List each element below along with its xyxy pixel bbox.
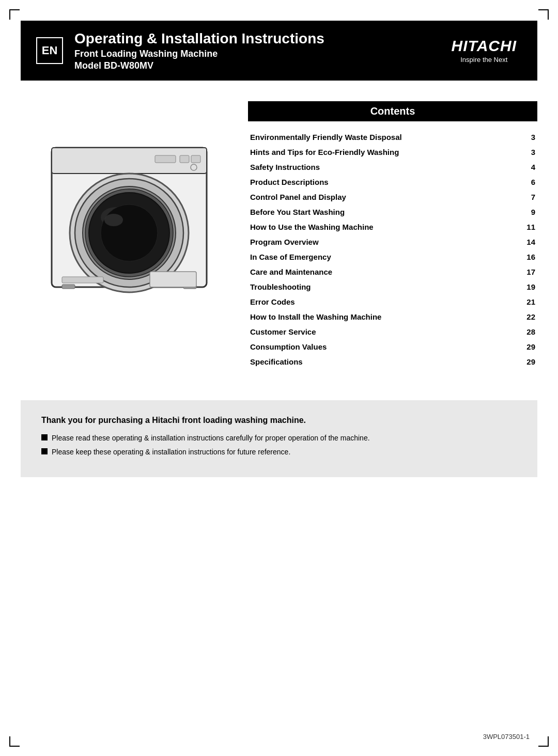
contents-item-page: 28 <box>517 324 537 339</box>
contents-item-page: 11 <box>517 219 537 234</box>
list-item: Please keep these operating & installati… <box>41 447 517 458</box>
table-row: Environmentally Friendly Waste Disposal3 <box>248 130 537 145</box>
svg-rect-4 <box>191 155 200 163</box>
bullet-icon <box>41 448 48 454</box>
table-row: Troubleshooting19 <box>248 279 537 294</box>
svg-rect-15 <box>62 285 75 289</box>
contents-item-page: 14 <box>517 234 537 249</box>
contents-item-page: 9 <box>517 204 537 219</box>
corner-mark-tl <box>9 9 20 20</box>
contents-heading: Contents <box>248 101 537 121</box>
table-row: Care and Maintenance17 <box>248 264 537 279</box>
bullet-text: Please keep these operating & installati… <box>52 447 290 458</box>
list-item: Please read these operating & installati… <box>41 433 517 444</box>
contents-item-page: 4 <box>517 160 537 175</box>
contents-table: Environmentally Friendly Waste Disposal3… <box>248 130 537 369</box>
table-row: How to Install the Washing Machine22 <box>248 309 537 324</box>
contents-item-label: Specifications <box>248 354 517 369</box>
svg-rect-3 <box>180 155 189 163</box>
contents-item-label: Environmentally Friendly Waste Disposal <box>248 130 517 145</box>
contents-item-label: Hints and Tips for Eco-Friendly Washing <box>248 145 517 160</box>
right-panel: Contents Environmentally Friendly Waste … <box>238 101 537 369</box>
header-text: Operating & Installation Instructions Fr… <box>74 30 436 71</box>
contents-item-label: How to Use the Washing Machine <box>248 219 517 234</box>
svg-rect-2 <box>155 155 176 163</box>
contents-item-label: Product Descriptions <box>248 175 517 190</box>
table-row: Before You Start Washing9 <box>248 204 537 219</box>
doc-number: 3WPL073501-1 <box>483 733 530 741</box>
contents-item-label: In Case of Emergency <box>248 249 517 264</box>
contents-item-page: 21 <box>517 294 537 309</box>
table-row: In Case of Emergency16 <box>248 249 537 264</box>
table-row: Customer Service28 <box>248 324 537 339</box>
contents-item-label: Program Overview <box>248 234 517 249</box>
contents-item-label: Customer Service <box>248 324 517 339</box>
contents-item-page: 3 <box>517 145 537 160</box>
contents-item-page: 19 <box>517 279 537 294</box>
brand-name: HITACHI <box>452 37 517 55</box>
contents-item-label: How to Install the Washing Machine <box>248 309 517 324</box>
header-subtitle: Front Loading Washing Machine <box>74 49 436 59</box>
language-badge: EN <box>36 37 63 64</box>
contents-item-page: 22 <box>517 309 537 324</box>
contents-item-label: Control Panel and Display <box>248 190 517 204</box>
table-row: Hints and Tips for Eco-Friendly Washing3 <box>248 145 537 160</box>
left-panel <box>21 101 238 369</box>
main-content: Contents Environmentally Friendly Waste … <box>21 101 537 369</box>
header-model: Model BD-W80MV <box>74 60 436 71</box>
contents-item-label: Care and Maintenance <box>248 264 517 279</box>
brand-tagline: Inspire the Next <box>452 56 517 64</box>
table-row: Error Codes21 <box>248 294 537 309</box>
bottom-section: Thank you for purchasing a Hitachi front… <box>21 400 537 477</box>
table-row: Program Overview14 <box>248 234 537 249</box>
svg-point-13 <box>104 214 123 226</box>
bullet-icon <box>41 434 48 440</box>
contents-item-page: 16 <box>517 249 537 264</box>
table-row: Consumption Values29 <box>248 339 537 354</box>
corner-mark-br <box>538 736 549 747</box>
svg-point-12 <box>101 204 158 261</box>
contents-item-label: Error Codes <box>248 294 517 309</box>
hitachi-logo: HITACHI Inspire the Next <box>452 37 517 64</box>
corner-mark-tr <box>538 9 549 20</box>
contents-item-label: Before You Start Washing <box>248 204 517 219</box>
footer: 3WPL073501-1 <box>483 733 530 741</box>
svg-rect-17 <box>150 272 196 287</box>
header-bar: EN Operating & Installation Instructions… <box>21 21 537 81</box>
thank-you-text: Thank you for purchasing a Hitachi front… <box>41 416 517 425</box>
table-row: How to Use the Washing Machine11 <box>248 219 537 234</box>
contents-item-page: 29 <box>517 354 537 369</box>
bullet-text: Please read these operating & installati… <box>52 433 370 444</box>
table-row: Safety Instructions4 <box>248 160 537 175</box>
header-title: Operating & Installation Instructions <box>74 30 436 48</box>
contents-item-page: 6 <box>517 175 537 190</box>
contents-item-page: 3 <box>517 130 537 145</box>
corner-mark-bl <box>9 736 20 747</box>
contents-item-page: 7 <box>517 190 537 204</box>
contents-item-label: Consumption Values <box>248 339 517 354</box>
contents-item-label: Troubleshooting <box>248 279 517 294</box>
table-row: Specifications29 <box>248 354 537 369</box>
washer-illustration <box>47 132 212 308</box>
contents-item-page: 29 <box>517 339 537 354</box>
table-row: Control Panel and Display7 <box>248 190 537 204</box>
bullets-container: Please read these operating & installati… <box>41 433 517 458</box>
svg-rect-14 <box>62 277 103 283</box>
contents-item-page: 17 <box>517 264 537 279</box>
contents-item-label: Safety Instructions <box>248 160 517 175</box>
table-row: Product Descriptions6 <box>248 175 537 190</box>
